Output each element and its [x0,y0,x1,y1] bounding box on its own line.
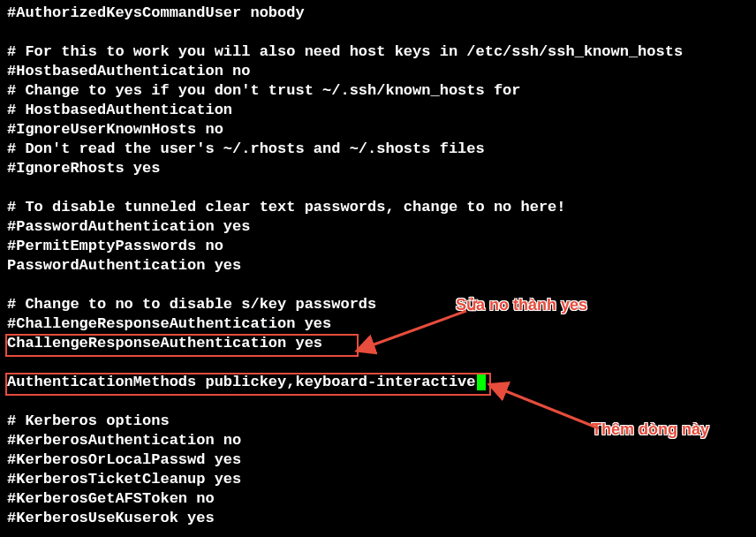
config-line [7,392,749,412]
config-line: # Kerberos options [7,412,749,431]
terminal-cursor [477,374,486,390]
config-line: #KerberosAuthentication no [7,431,749,450]
config-line: ChallengeResponseAuthentication yes [7,334,749,353]
terminal-output: #AuthorizedKeysCommandUser nobody# For t… [7,4,749,528]
config-line: #AuthorizedKeysCommandUser nobody [7,4,749,23]
config-line [7,353,749,373]
config-line: #IgnoreRhosts yes [7,159,749,178]
config-line [7,276,749,295]
config-line: #IgnoreUserKnownHosts no [7,120,749,140]
config-line: #PasswordAuthentication yes [7,217,749,237]
config-line: # For this to work you will also need ho… [7,42,749,62]
config-line: # To disable tunneled clear text passwor… [7,198,749,217]
config-line: #KerberosUseKuserok yes [7,509,749,528]
config-line: AuthenticationMethods publickey,keyboard… [7,373,749,392]
config-line: #KerberosTicketCleanup yes [7,470,749,489]
config-line: #KerberosOrLocalPasswd yes [7,450,749,470]
config-line: # Don't read the user's ~/.rhosts and ~/… [7,140,749,159]
config-line: # Change to yes if you don't trust ~/.ss… [7,81,749,101]
config-line: # HostbasedAuthentication [7,101,749,120]
config-line: #ChallengeResponseAuthentication yes [7,314,749,334]
config-line: #PermitEmptyPasswords no [7,237,749,256]
config-line [7,23,749,42]
config-line: PasswordAuthentication yes [7,256,749,276]
config-line [7,178,749,198]
config-line: # Change to no to disable s/key password… [7,295,749,314]
config-line: #KerberosGetAFSToken no [7,489,749,509]
config-line: #HostbasedAuthentication no [7,62,749,81]
